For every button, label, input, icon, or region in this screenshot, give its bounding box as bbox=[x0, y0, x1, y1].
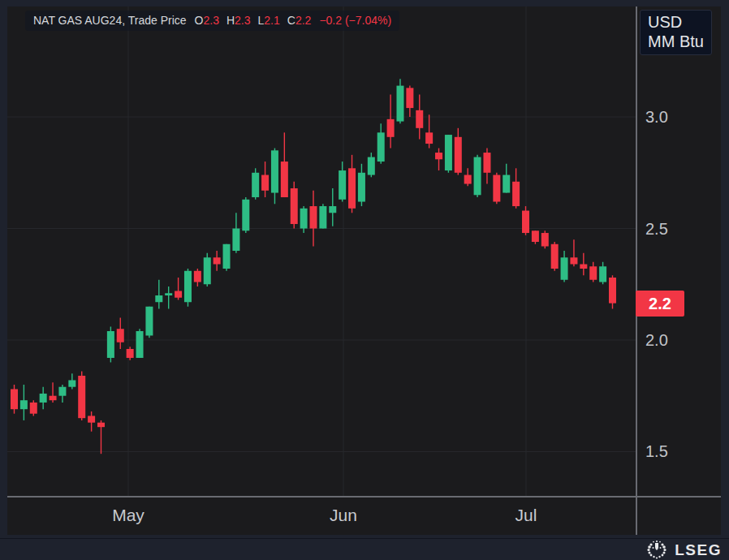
lseg-logo[interactable]: LSEG bbox=[645, 540, 722, 560]
candle bbox=[261, 162, 269, 197]
candle bbox=[377, 123, 385, 163]
candle bbox=[11, 385, 18, 414]
candle bbox=[348, 155, 356, 213]
candle bbox=[58, 385, 66, 403]
last-price-badge: 2.2 bbox=[636, 291, 684, 317]
candle bbox=[309, 191, 317, 247]
candle bbox=[194, 269, 201, 286]
candle bbox=[416, 95, 423, 140]
candle bbox=[406, 86, 413, 117]
candle bbox=[425, 114, 433, 148]
candlestick-canvas bbox=[7, 6, 636, 496]
legend-open: O2.3 bbox=[195, 14, 219, 27]
legend: NAT GAS AUG24, Trade Price O2.3 H2.3 L2.… bbox=[25, 11, 399, 31]
candle bbox=[589, 262, 597, 282]
candle bbox=[117, 317, 124, 348]
candle bbox=[68, 373, 75, 389]
candle bbox=[97, 420, 105, 454]
price-axis[interactable]: USD MM Btu 2.2 3.02.52.01.5 bbox=[636, 6, 721, 535]
price-tick-2.5: 2.5 bbox=[645, 219, 702, 239]
candle bbox=[30, 400, 37, 416]
candle bbox=[252, 168, 259, 199]
candle bbox=[599, 262, 606, 284]
candle bbox=[483, 149, 490, 184]
footer-divider bbox=[0, 538, 729, 539]
candle bbox=[214, 251, 221, 271]
candle bbox=[281, 132, 288, 197]
footer: LSEG bbox=[0, 535, 729, 560]
candle bbox=[609, 275, 616, 308]
candle bbox=[271, 149, 278, 205]
candle bbox=[532, 230, 539, 243]
candle bbox=[329, 188, 336, 226]
price-tick-2.0: 2.0 bbox=[645, 330, 702, 350]
unit-label-measure: MM Btu bbox=[648, 32, 704, 51]
time-tick-Jun: Jun bbox=[311, 506, 376, 525]
candle bbox=[435, 149, 442, 170]
legend-symbol-title: NAT GAS AUG24, Trade Price bbox=[33, 14, 187, 27]
candle bbox=[387, 95, 395, 149]
candle bbox=[78, 371, 85, 420]
candle bbox=[580, 253, 587, 275]
candle bbox=[474, 155, 481, 197]
candle bbox=[503, 164, 510, 193]
candle bbox=[40, 387, 47, 409]
candle bbox=[184, 269, 192, 307]
candle bbox=[20, 385, 28, 420]
candle bbox=[396, 79, 403, 123]
price-chart[interactable]: NAT GAS AUG24, Trade Price O2.3 H2.3 L2.… bbox=[7, 6, 636, 496]
candle bbox=[223, 244, 231, 271]
price-tick-1.5: 1.5 bbox=[645, 442, 702, 461]
candle bbox=[455, 128, 462, 175]
candle bbox=[541, 230, 549, 248]
candle bbox=[127, 347, 134, 360]
candle bbox=[339, 162, 346, 201]
candle bbox=[155, 280, 162, 309]
chart-widget: NAT GAS AUG24, Trade Price O2.3 H2.3 L2.… bbox=[0, 0, 729, 560]
candle bbox=[300, 206, 308, 233]
legend-close: C2.2 bbox=[287, 14, 312, 27]
candle bbox=[561, 251, 568, 282]
price-tick-3.0: 3.0 bbox=[645, 107, 702, 127]
candle bbox=[175, 278, 182, 299]
candle bbox=[493, 173, 500, 204]
lseg-wordmark: LSEG bbox=[675, 541, 722, 559]
candle bbox=[319, 204, 326, 228]
time-axis[interactable]: MayJunJul bbox=[7, 496, 721, 535]
candle bbox=[232, 213, 239, 252]
candle bbox=[107, 326, 114, 362]
candle bbox=[136, 329, 144, 358]
candle bbox=[165, 286, 172, 308]
legend-high: H2.3 bbox=[226, 14, 251, 27]
time-tick-May: May bbox=[96, 506, 161, 525]
candle bbox=[368, 153, 375, 177]
candle bbox=[551, 242, 559, 271]
legend-change: −0.2 (−7.04%) bbox=[319, 14, 391, 27]
chart-pane: NAT GAS AUG24, Trade Price O2.3 H2.3 L2.… bbox=[7, 6, 721, 535]
candle bbox=[88, 411, 95, 432]
candle bbox=[291, 182, 298, 229]
time-tick-Jul: Jul bbox=[494, 506, 559, 525]
candle bbox=[358, 164, 365, 206]
candle bbox=[445, 135, 452, 173]
candle bbox=[464, 168, 472, 186]
candle bbox=[242, 197, 249, 233]
candle bbox=[512, 168, 520, 208]
candle bbox=[50, 382, 57, 403]
legend-low: L2.1 bbox=[258, 14, 280, 27]
candle bbox=[570, 239, 577, 266]
unit-label-currency: USD bbox=[648, 12, 704, 32]
candle bbox=[522, 206, 529, 235]
candle bbox=[145, 307, 153, 338]
lseg-crest-icon bbox=[645, 540, 669, 560]
unit-label: USD MM Btu bbox=[640, 10, 712, 55]
candle bbox=[204, 253, 211, 286]
